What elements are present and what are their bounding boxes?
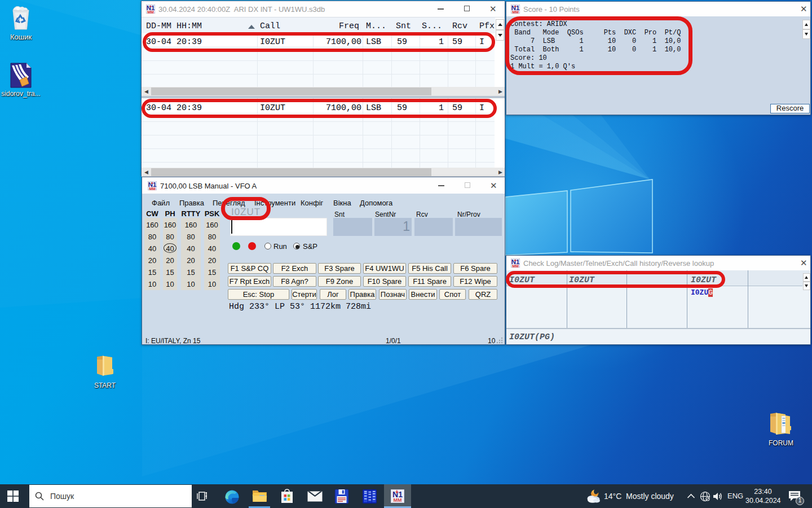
svg-text:+: + bbox=[149, 5, 152, 9]
svg-text:+: + bbox=[151, 181, 153, 186]
svg-text:MM: MM bbox=[149, 187, 156, 191]
svg-text:+: + bbox=[514, 259, 517, 263]
svg-text:+: + bbox=[514, 5, 517, 9]
svg-text:MM: MM bbox=[394, 497, 402, 503]
svg-text:+: + bbox=[395, 489, 399, 495]
svg-text:MM: MM bbox=[147, 10, 154, 14]
svg-text:MM: MM bbox=[512, 10, 519, 14]
svg-text:MM: MM bbox=[512, 264, 519, 268]
